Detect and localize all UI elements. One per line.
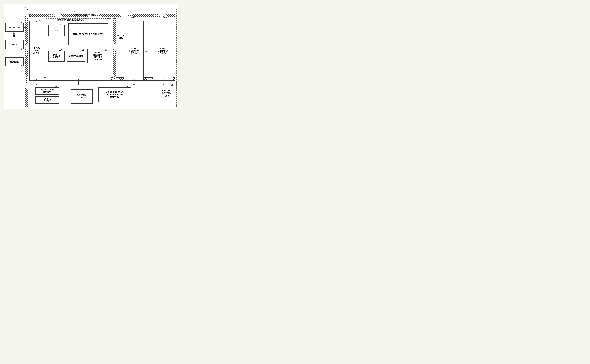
host-cpu-box: HOST CPU <box>6 23 24 32</box>
ref-2: 2 <box>21 21 22 24</box>
memory-label: MEMORY <box>10 61 19 63</box>
ref-25: 25 <box>87 88 90 90</box>
ref-27: 27 <box>55 103 57 105</box>
host-cpu-label: HOST CPU <box>9 26 20 29</box>
microprog-mem-box: MICRO-PROGRAMSTORINGMEMORY <box>87 49 108 63</box>
ref-5: 5 <box>25 7 26 9</box>
fb2-label-text: BASICOPERATIONBLOCK <box>129 47 139 54</box>
ref-23: 23 <box>105 49 107 51</box>
ref-3: 3 <box>21 65 22 67</box>
fuse-box: FUSE <box>48 25 65 36</box>
microprog-mem-label: MICRO-PROGRAMSTORINGMEMORY <box>93 51 103 61</box>
microprog-lib-box: MICRO-PROGRAMLIBRARY STORINGMEMORY <box>98 87 131 102</box>
controller-box: CONTROLLER <box>67 51 85 62</box>
microprog-lib-label: MICRO-PROGRAMLIBRARY STORINGMEMORY <box>105 91 124 99</box>
control-cpu-box: CONTROLCPU <box>71 89 93 104</box>
register-group-box: REGISTERGROUP <box>48 51 65 62</box>
ref-26: 26 <box>55 86 57 88</box>
ref-24: 24 <box>59 23 62 26</box>
inter-block-bus <box>113 18 116 80</box>
main-processing-label: MAIN PROCESSING CIRCUITRY <box>73 33 104 35</box>
system-bus <box>25 9 28 107</box>
fb2-box: BASICOPERATIONBLOCK <box>124 21 144 81</box>
ref-28: 28 <box>127 86 129 88</box>
fbn-box: BASICOPERATIONBLOCK <box>153 21 173 81</box>
ref-15: 15 <box>171 84 173 86</box>
ref-12: 12 <box>72 11 75 13</box>
instruction-mem-label: INSTRUCTIONMEMORY <box>41 89 53 93</box>
arrow-memory <box>24 62 25 62</box>
ref-22: 22 <box>59 49 62 51</box>
ref-20: 20 <box>106 19 108 21</box>
dma-label: DMA <box>12 43 17 46</box>
arrow-dma <box>24 45 25 45</box>
io-circuit-label: INPUT/OUTPUTCIRCUIT <box>33 47 40 54</box>
controller-label: CONTROLLER <box>69 55 83 57</box>
ref-16: 16 <box>113 16 115 18</box>
instruction-mem-box: INSTRUCTIONMEMORY <box>35 87 59 95</box>
ref-21: 21 <box>82 49 84 51</box>
ccu-label: CENTRALCONTROLUNIT <box>162 89 172 98</box>
fbn-label-text: BASICOPERATIONBLOCK <box>158 47 169 54</box>
fuse-label: FUSE <box>54 29 59 32</box>
ref-1: 1 <box>175 7 177 9</box>
diagram: 1 INTERNAL DATA BUS 12 INTERNAL BUS 14 S… <box>4 4 178 109</box>
arrow-host-cpu <box>24 27 25 28</box>
io-circuit-box: INPUT/OUTPUTCIRCUIT <box>30 21 44 80</box>
fb1-label: FB1 <box>75 16 78 19</box>
internal-data-bus <box>30 14 175 17</box>
ref-4: 4 <box>21 48 22 50</box>
ref-10: 10 <box>38 19 40 21</box>
register-group2-label: REGISTERGROUP <box>43 98 52 103</box>
control-cpu-label: CONTROLCPU <box>77 94 87 99</box>
register-group-label: REGISTERGROUP <box>52 54 61 58</box>
main-processing-box: MAIN PROCESSING CIRCUITRY <box>68 23 108 45</box>
dots-label: ... <box>145 49 148 53</box>
